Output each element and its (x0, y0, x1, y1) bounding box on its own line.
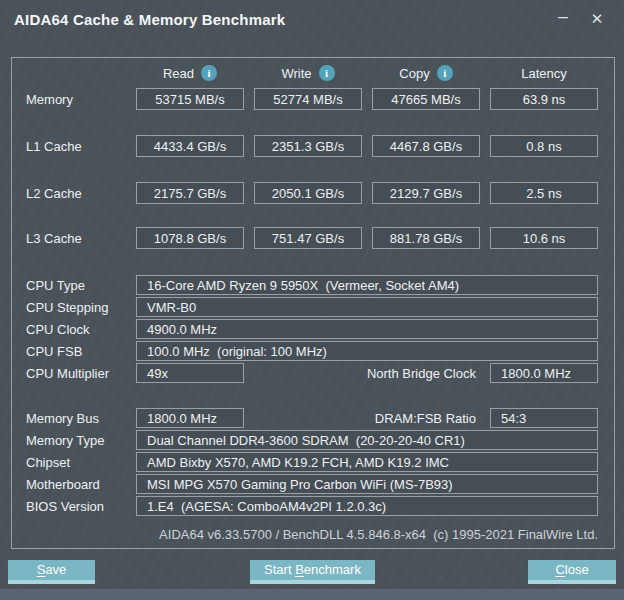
dram-fsb-ratio-label: DRAM:FSB Ratio (244, 411, 490, 426)
benchmark-row-l2-cache: L2 Cache 2175.7 GB/s 2050.1 GB/s 2129.7 … (12, 182, 614, 204)
column-header-copy: Copy i (372, 65, 480, 81)
benchmark-panel: Read i Write i Copy i Latency Memory (11, 57, 615, 549)
read-info-icon[interactable]: i (201, 65, 217, 81)
column-header-latency: Latency (490, 65, 598, 81)
l1-latency-value: 0.8 ns (490, 135, 598, 157)
column-header-row: Read i Write i Copy i Latency (12, 64, 614, 82)
l2-latency-value: 2.5 ns (490, 182, 598, 204)
save-button[interactable]: Save (8, 560, 95, 584)
l3-write-value: 751.47 GB/s (254, 227, 362, 249)
row-memory-type: Memory Type Dual Channel DDR4-3600 SDRAM… (12, 429, 614, 451)
chipset-label: Chipset (12, 455, 136, 470)
l1-copy-value: 4467.8 GB/s (372, 135, 480, 157)
memory-bus-value: 1800.0 MHz (136, 408, 244, 428)
copy-info-icon[interactable]: i (437, 65, 453, 81)
l3-latency-value: 10.6 ns (490, 227, 598, 249)
l2-copy-value: 2129.7 GB/s (372, 182, 480, 204)
memory-read-value: 53715 MB/s (136, 88, 244, 110)
row-chipset: Chipset AMD Bixby X570, AMD K19.2 FCH, A… (12, 451, 614, 473)
minimize-button[interactable]: – (546, 4, 580, 34)
row-label: L3 Cache (12, 231, 136, 246)
start-benchmark-button[interactable]: Start Benchmark (250, 560, 375, 584)
cpu-clock-value: 4900.0 MHz (136, 319, 598, 339)
cpu-type-label: CPU Type (12, 278, 136, 293)
row-label: L2 Cache (12, 186, 136, 201)
version-text: AIDA64 v6.33.5700 / BenchDLL 4.5.846.8-x… (159, 527, 614, 542)
memory-latency-value: 63.9 ns (490, 88, 598, 110)
cpu-clock-label: CPU Clock (12, 322, 136, 337)
bios-version-value: 1.E4 (AGESA: ComboAM4v2PI 1.2.0.3c) (136, 496, 598, 516)
row-memory-bus: Memory Bus 1800.0 MHz DRAM:FSB Ratio 54:… (12, 407, 614, 429)
l2-write-value: 2050.1 GB/s (254, 182, 362, 204)
cpu-fsb-value: 100.0 MHz (original: 100 MHz) (136, 341, 598, 361)
cpu-multiplier-label: CPU Multiplier (12, 366, 136, 381)
window-bottom-strip (0, 589, 624, 600)
chipset-value: AMD Bixby X570, AMD K19.2 FCH, AMD K19.2… (136, 452, 598, 472)
north-bridge-clock-value: 1800.0 MHz (490, 363, 598, 383)
motherboard-value: MSI MPG X570 Gaming Pro Carbon WiFi (MS-… (136, 474, 598, 494)
row-cpu-stepping: CPU Stepping VMR-B0 (12, 296, 614, 318)
memory-type-label: Memory Type (12, 433, 136, 448)
north-bridge-clock-label: North Bridge Clock (244, 366, 490, 381)
cpu-multiplier-value: 49x (136, 363, 244, 383)
bios-version-label: BIOS Version (12, 499, 136, 514)
window-controls: – ✕ (546, 0, 614, 38)
row-motherboard: Motherboard MSI MPG X570 Gaming Pro Carb… (12, 473, 614, 495)
l3-read-value: 1078.8 GB/s (136, 227, 244, 249)
motherboard-label: Motherboard (12, 477, 136, 492)
column-header-write: Write i (254, 65, 362, 81)
memory-copy-value: 47665 MB/s (372, 88, 480, 110)
row-cpu-clock: CPU Clock 4900.0 MHz (12, 318, 614, 340)
minimize-icon: – (558, 7, 567, 27)
close-button[interactable]: Close (528, 560, 616, 584)
cpu-stepping-label: CPU Stepping (12, 300, 136, 315)
close-icon: ✕ (591, 10, 604, 28)
cpu-fsb-label: CPU FSB (12, 344, 136, 359)
benchmark-row-memory: Memory 53715 MB/s 52774 MB/s 47665 MB/s … (12, 88, 614, 110)
cpu-type-value: 16-Core AMD Ryzen 9 5950X (Vermeer, Sock… (136, 275, 598, 295)
row-bios-version: BIOS Version 1.E4 (AGESA: ComboAM4v2PI 1… (12, 495, 614, 517)
row-cpu-type: CPU Type 16-Core AMD Ryzen 9 5950X (Verm… (12, 274, 614, 296)
memory-bus-label: Memory Bus (12, 411, 136, 426)
memory-write-value: 52774 MB/s (254, 88, 362, 110)
l3-copy-value: 881.78 GB/s (372, 227, 480, 249)
aida64-benchmark-window: AIDA64 Cache & Memory Benchmark – ✕ Read… (0, 0, 624, 600)
dram-fsb-ratio-value: 54:3 (490, 408, 598, 428)
cpu-stepping-value: VMR-B0 (136, 297, 598, 317)
title-bar: AIDA64 Cache & Memory Benchmark – ✕ (0, 0, 624, 38)
memory-type-value: Dual Channel DDR4-3600 SDRAM (20-20-20-4… (136, 430, 598, 450)
version-row: AIDA64 v6.33.5700 / BenchDLL 4.5.846.8-x… (12, 525, 614, 543)
benchmark-row-l1-cache: L1 Cache 4433.4 GB/s 2351.3 GB/s 4467.8 … (12, 135, 614, 157)
benchmark-row-l3-cache: L3 Cache 1078.8 GB/s 751.47 GB/s 881.78 … (12, 227, 614, 249)
l2-read-value: 2175.7 GB/s (136, 182, 244, 204)
row-label: Memory (12, 92, 136, 107)
l1-read-value: 4433.4 GB/s (136, 135, 244, 157)
close-window-button[interactable]: ✕ (580, 4, 614, 34)
row-cpu-multiplier: CPU Multiplier 49x North Bridge Clock 18… (12, 362, 614, 384)
row-label: L1 Cache (12, 139, 136, 154)
window-title: AIDA64 Cache & Memory Benchmark (14, 11, 285, 28)
write-info-icon[interactable]: i (319, 65, 335, 81)
l1-write-value: 2351.3 GB/s (254, 135, 362, 157)
column-header-read: Read i (136, 65, 244, 81)
row-cpu-fsb: CPU FSB 100.0 MHz (original: 100 MHz) (12, 340, 614, 362)
